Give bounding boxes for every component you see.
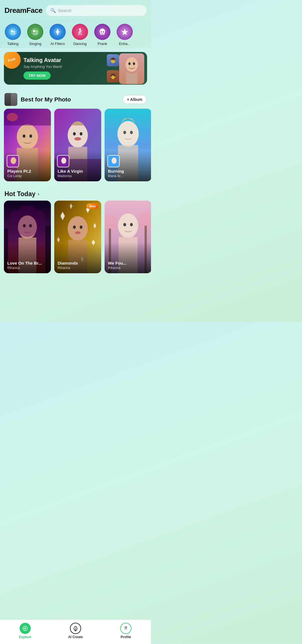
dancing-icon <box>72 24 88 40</box>
svg-point-20 <box>29 134 32 138</box>
svg-point-10 <box>103 31 104 32</box>
card-diamonds-title: Diamonds <box>58 261 98 265</box>
category-item-dancing[interactable]: Dancing <box>72 24 88 46</box>
search-placeholder: Search <box>58 8 72 13</box>
category-item-singing[interactable]: Singing <box>27 24 44 46</box>
enhance-label: Enha... <box>119 42 130 46</box>
banner-avatar-small-1: 👦 <box>107 54 119 66</box>
singing-label: Singing <box>29 42 41 46</box>
card-we-found-love[interactable]: We Fou... Rihanna <box>105 201 151 273</box>
category-item-prank[interactable]: Prank <box>94 24 111 46</box>
banner-avatar-main <box>119 53 144 84</box>
svg-point-37 <box>130 131 133 134</box>
dancing-label: Dancing <box>73 42 87 46</box>
category-item-talking[interactable]: Talking <box>4 24 21 46</box>
card-burning-title: Burning <box>108 169 148 174</box>
card-diamonds[interactable]: New Diamonds Rihanna <box>54 201 101 273</box>
app-logo: DreamFace <box>4 6 43 15</box>
svg-point-49 <box>68 216 88 241</box>
svg-point-51 <box>80 225 82 229</box>
card-virgin-artist: Madonna <box>58 174 98 178</box>
svg-point-4 <box>33 30 35 32</box>
svg-point-33 <box>61 158 66 164</box>
card-players-pt2[interactable]: Players Pt.2 Coi Leray <box>4 109 51 181</box>
search-icon: 🔍 <box>50 8 56 13</box>
category-item-aifilters[interactable]: AI Filters <box>49 24 66 46</box>
card-love-title: Love On The Br... <box>7 261 48 265</box>
hot-today-cards: Love On The Br... Rihanna <box>0 201 151 278</box>
free-badge: Free <box>4 52 23 71</box>
section-header-left: Best for My Photo <box>4 93 71 106</box>
card-love-info: Love On The Br... Rihanna <box>7 261 48 270</box>
svg-marker-11 <box>121 28 128 35</box>
hot-today-chevron[interactable]: › <box>38 191 39 197</box>
svg-point-22 <box>7 113 18 121</box>
card-virgin-info: Like A Virgin Madonna <box>58 169 98 178</box>
banner-avatar-small-2: 👧 <box>107 70 119 82</box>
album-button[interactable]: + Album <box>123 95 147 104</box>
category-scroll: Talking Singing AI Filters <box>0 19 151 48</box>
card-like-a-virgin[interactable]: Like A Virgin Madonna <box>54 109 101 181</box>
svg-point-50 <box>73 225 76 229</box>
card-love-artist: Rihanna <box>7 266 48 270</box>
svg-point-1 <box>11 30 13 33</box>
svg-point-19 <box>23 134 25 138</box>
svg-point-40 <box>112 158 117 164</box>
svg-point-29 <box>74 137 81 141</box>
svg-point-2 <box>13 31 15 33</box>
svg-point-36 <box>123 131 126 134</box>
header: DreamFace 🔍 Search <box>0 0 151 19</box>
svg-point-27 <box>73 132 76 136</box>
new-badge: New <box>86 203 98 209</box>
card-virgin-title: Like A Virgin <box>58 169 98 174</box>
svg-point-7 <box>55 31 60 33</box>
prank-label: Prank <box>98 42 107 46</box>
card-burning-artist: Maria Ar... <box>108 174 148 178</box>
best-for-photo-cards: Players Pt.2 Coi Leray <box>0 109 151 186</box>
svg-point-35 <box>117 121 139 147</box>
card-burning-thumb <box>107 155 120 167</box>
svg-point-13 <box>126 57 138 72</box>
svg-point-28 <box>80 132 82 136</box>
talking-label: Talking <box>7 42 18 46</box>
best-for-photo-title: Best for My Photo <box>21 96 71 103</box>
card-players-title: Players Pt.2 <box>7 169 48 174</box>
best-photo-icon <box>4 93 17 106</box>
card-wefound-artist: Rihanna <box>108 266 148 270</box>
best-for-photo-header: Best for My Photo + Album <box>0 89 151 109</box>
svg-point-8 <box>79 28 81 30</box>
hot-today-header: Hot Today › <box>0 186 151 201</box>
talking-avatar-banner: Free Talking Avatar Say Anything You Wan… <box>4 52 147 85</box>
card-wefound-title: We Fou... <box>108 261 148 265</box>
svg-point-26 <box>68 123 88 148</box>
card-virgin-thumb <box>57 155 69 167</box>
card-burning[interactable]: Burning Maria Ar... <box>105 109 151 181</box>
svg-point-24 <box>11 157 16 164</box>
aifilters-label: AI Filters <box>50 42 65 46</box>
singing-icon <box>27 24 43 40</box>
category-item-enhance[interactable]: Enha... <box>116 24 133 46</box>
hot-today-title: Hot Today <box>4 190 36 198</box>
enhance-icon <box>117 24 133 40</box>
card-players-info: Players Pt.2 Coi Leray <box>7 169 48 178</box>
card-burning-info: Burning Maria Ar... <box>108 169 148 178</box>
svg-point-52 <box>75 231 81 234</box>
card-wefound-info: We Fou... Rihanna <box>108 261 148 270</box>
svg-point-5 <box>35 30 38 33</box>
talking-icon <box>5 24 21 40</box>
prank-icon <box>94 24 110 40</box>
card-diamonds-info: Diamonds Rihanna <box>58 261 98 270</box>
svg-point-17 <box>17 124 38 149</box>
svg-point-62 <box>118 213 138 238</box>
banner-avatars: 👦 👧 <box>108 52 144 85</box>
svg-point-15 <box>133 62 135 65</box>
card-love-on-the-brain[interactable]: Love On The Br... Rihanna <box>4 201 51 273</box>
search-bar[interactable]: 🔍 Search <box>46 5 147 16</box>
svg-point-14 <box>128 62 131 65</box>
svg-point-63 <box>123 223 126 226</box>
svg-point-64 <box>130 223 133 226</box>
card-players-thumb <box>7 155 19 167</box>
aifilters-icon <box>49 24 66 40</box>
card-players-artist: Coi Leray <box>7 174 48 178</box>
try-now-button[interactable]: TRY NOW <box>23 72 51 80</box>
